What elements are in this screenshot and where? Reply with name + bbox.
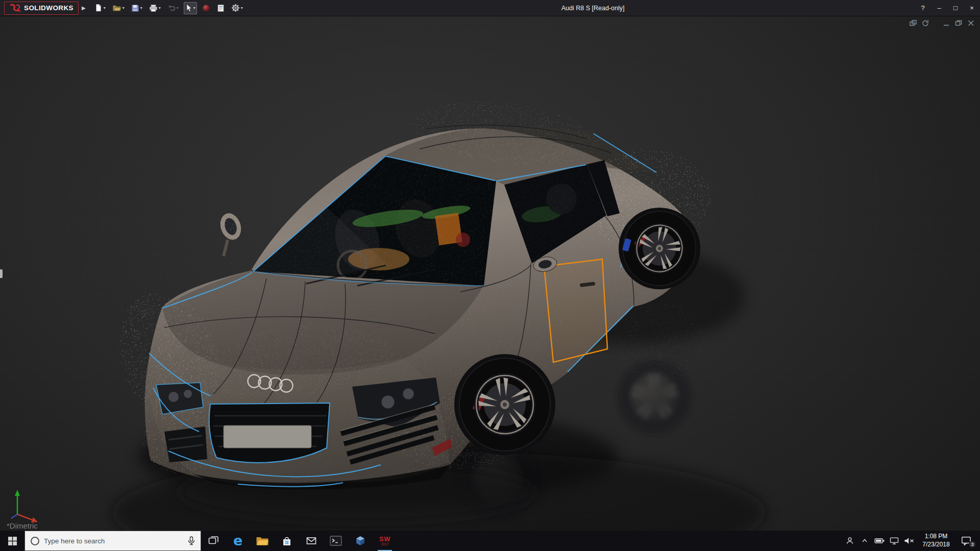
volume-button[interactable] bbox=[901, 531, 916, 551]
task-view-button[interactable] bbox=[201, 531, 226, 551]
people-icon bbox=[845, 536, 855, 546]
axis-z bbox=[11, 514, 17, 518]
restore-doc-icon[interactable] bbox=[955, 20, 963, 27]
brand-logo: SOLIDWORKS bbox=[4, 2, 79, 15]
options-gear-icon bbox=[231, 4, 240, 12]
battery-button[interactable] bbox=[872, 531, 887, 551]
dassault-ds-icon bbox=[9, 4, 21, 13]
taskbar-clock[interactable]: 1:08 PM 7/23/2018 bbox=[916, 533, 956, 548]
svg-text:e: e bbox=[233, 534, 242, 548]
undo-button[interactable]: ▾ bbox=[166, 2, 180, 14]
notification-badge: 3 bbox=[969, 541, 976, 548]
close-button[interactable]: × bbox=[964, 0, 980, 16]
save-floppy-icon bbox=[131, 4, 139, 12]
axis-y bbox=[15, 490, 20, 514]
license-plate bbox=[224, 425, 311, 448]
file-explorer-button[interactable] bbox=[250, 531, 275, 551]
select-tool-button[interactable]: ▾ bbox=[184, 2, 197, 14]
hidden-icons-button[interactable] bbox=[857, 531, 872, 551]
edge-button[interactable]: e bbox=[226, 531, 250, 551]
save-button[interactable]: ▾ bbox=[130, 2, 144, 14]
clock-date: 7/23/2018 bbox=[922, 541, 949, 549]
battery-icon bbox=[874, 537, 885, 545]
selection-highlight-door[interactable] bbox=[544, 259, 607, 362]
print-icon bbox=[149, 4, 158, 12]
maximize-button[interactable]: □ bbox=[947, 0, 964, 16]
3d-viewer-cube-icon bbox=[354, 535, 366, 547]
open-folder-icon bbox=[112, 4, 121, 12]
network-icon bbox=[889, 536, 899, 545]
cortana-icon bbox=[31, 537, 39, 545]
network-button[interactable] bbox=[887, 531, 901, 551]
viewport-3d[interactable]: *Dimetric bbox=[0, 16, 980, 531]
file-properties-icon bbox=[217, 4, 225, 12]
system-tray: 1:08 PM 7/23/2018 3 bbox=[842, 531, 980, 551]
store-icon bbox=[281, 535, 293, 547]
solidworks-window: SOLIDWORKS ▶ ▾ ▾ ▾ bbox=[0, 0, 980, 551]
orientation-triad bbox=[7, 487, 48, 527]
undo-arrow-icon bbox=[167, 4, 176, 12]
window-title: Audi R8 S [Read-only] bbox=[561, 5, 625, 12]
minimize-doc-icon[interactable] bbox=[943, 20, 950, 27]
side-mirror-left[interactable] bbox=[217, 210, 245, 256]
mail-icon bbox=[305, 535, 317, 547]
print-button[interactable]: ▾ bbox=[148, 2, 162, 14]
people-button[interactable] bbox=[842, 531, 857, 551]
car-model[interactable] bbox=[102, 93, 711, 489]
new-window-icon[interactable] bbox=[910, 20, 917, 27]
solidworks-taskbar-icon: SW 2017 bbox=[379, 536, 390, 546]
close-doc-icon[interactable] bbox=[967, 20, 975, 27]
search-box[interactable] bbox=[24, 531, 201, 551]
action-center-button[interactable]: 3 bbox=[956, 531, 976, 551]
command-prompt-button[interactable] bbox=[324, 531, 348, 551]
titlebar: SOLIDWORKS ▶ ▾ ▾ ▾ bbox=[0, 0, 980, 16]
window-controls: ? – □ × bbox=[915, 0, 980, 16]
intake-left bbox=[164, 427, 207, 462]
flyout-arrow-button[interactable]: ▶ bbox=[82, 5, 86, 11]
3d-scene[interactable] bbox=[0, 16, 980, 531]
solidworks-taskbar-button[interactable]: SW 2017 bbox=[373, 531, 397, 551]
edge-icon: e bbox=[231, 534, 245, 548]
new-document-button[interactable]: ▾ bbox=[93, 2, 107, 14]
clock-time: 1:08 PM bbox=[925, 533, 948, 541]
open-button[interactable]: ▾ bbox=[111, 2, 126, 14]
file-explorer-icon bbox=[256, 535, 269, 546]
start-button[interactable] bbox=[0, 531, 24, 551]
chevron-up-icon bbox=[861, 537, 869, 545]
3d-viewer-button[interactable] bbox=[348, 531, 373, 551]
windows-taskbar: e bbox=[0, 531, 980, 551]
windows-logo-icon bbox=[8, 537, 17, 545]
task-view-icon bbox=[208, 536, 218, 546]
minimize-button[interactable]: – bbox=[931, 0, 947, 16]
select-cursor-icon bbox=[185, 4, 192, 12]
refresh-icon[interactable] bbox=[922, 20, 929, 27]
volume-muted-icon bbox=[903, 536, 915, 545]
panel-splitter-handle[interactable] bbox=[0, 269, 3, 278]
options-button[interactable]: ▾ bbox=[230, 2, 244, 14]
file-properties-button[interactable] bbox=[215, 2, 226, 14]
appearance-sphere-icon bbox=[202, 4, 210, 12]
view-orientation-label: *Dimetric bbox=[7, 521, 38, 530]
mail-button[interactable] bbox=[299, 531, 324, 551]
quick-access-toolbar: ▾ ▾ ▾ ▾ bbox=[93, 2, 244, 14]
document-window-controls bbox=[910, 20, 975, 27]
search-input[interactable] bbox=[44, 537, 183, 545]
appearance-button[interactable] bbox=[201, 2, 212, 14]
help-button[interactable]: ? bbox=[915, 0, 931, 16]
microphone-icon[interactable] bbox=[188, 536, 195, 545]
new-document-icon bbox=[94, 4, 103, 12]
doc-controls-gap bbox=[934, 20, 938, 27]
store-button[interactable] bbox=[275, 531, 299, 551]
brand-text: SOLIDWORKS bbox=[24, 4, 74, 12]
command-prompt-icon bbox=[329, 535, 342, 547]
